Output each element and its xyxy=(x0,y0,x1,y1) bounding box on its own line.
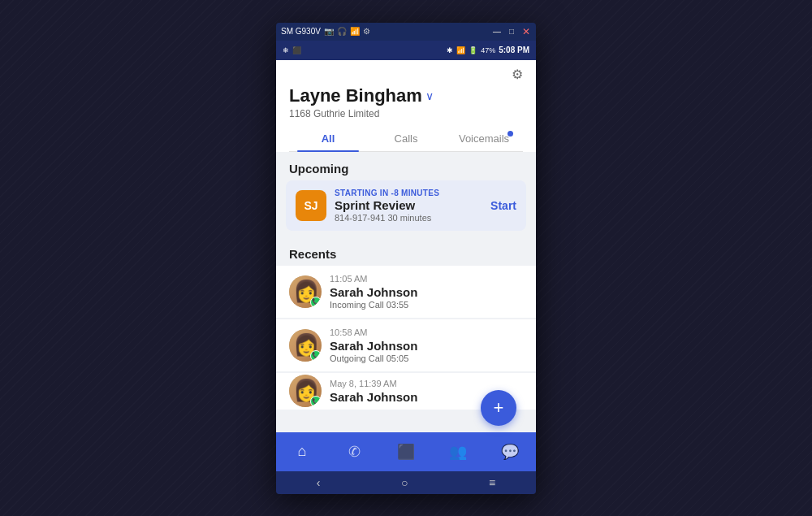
status-bar-left: ❄ ⬛ xyxy=(283,46,301,54)
video-icon: ⬛ xyxy=(397,443,415,461)
voicemail-dot xyxy=(508,131,513,137)
upcoming-section-header: Upcoming xyxy=(276,152,536,180)
header-top: ⚙ xyxy=(289,67,523,85)
nav-messages[interactable]: 💬 xyxy=(484,432,536,471)
title-bar: SM G930V 📷 🎧 📶 ⚙ ─ □ ✕ xyxy=(276,23,536,41)
settings-icon: ⚙ xyxy=(363,27,370,36)
tab-calls[interactable]: Calls xyxy=(367,126,445,151)
camera-icon: 📷 xyxy=(324,27,334,36)
battery-percent: 47% xyxy=(481,46,495,54)
nav-calls[interactable]: ✆ xyxy=(328,432,380,471)
recent-info-0: 11:05 AM Sarah Johnson Incoming Call 03:… xyxy=(330,274,523,310)
contacts-icon: 👥 xyxy=(449,443,467,461)
minimize-button[interactable]: ─ xyxy=(492,27,502,37)
incoming-call-badge-0: 📞 xyxy=(310,297,322,308)
maximize-button[interactable]: □ xyxy=(507,27,516,37)
snowflake-icon: ❄ xyxy=(283,46,289,54)
recent-item-0[interactable]: 📞 11:05 AM Sarah Johnson Incoming Call 0… xyxy=(276,266,536,318)
signal-icon: 📶 xyxy=(456,46,465,54)
recent-time-0: 11:05 AM xyxy=(330,274,523,284)
recent-time-2: May 8, 11:39 AM xyxy=(330,379,523,388)
start-button[interactable]: Start xyxy=(490,199,516,212)
user-name-row: Layne Bingham ∨ xyxy=(289,85,523,106)
recent-name-1: Sarah Johnson xyxy=(330,339,523,353)
gear-icon[interactable]: ⚙ xyxy=(512,67,523,82)
recent-avatar-1: 📞 xyxy=(289,329,322,362)
window-controls: ─ □ ✕ xyxy=(492,27,531,37)
recent-type-0: Incoming Call 03:55 xyxy=(330,300,523,310)
android-nav-bar: ‹ ○ ≡ xyxy=(276,471,536,494)
tabs-container: All Calls Voicemails xyxy=(289,126,523,152)
upcoming-title: Sprint Review xyxy=(335,198,482,212)
bluetooth-icon: ✱ xyxy=(447,46,453,54)
title-bar-left: SM G930V 📷 🎧 📶 ⚙ xyxy=(281,27,370,36)
nav-contacts[interactable]: 👥 xyxy=(432,432,484,471)
messages-icon: 💬 xyxy=(501,443,519,461)
status-bar: ❄ ⬛ ✱ 📶 🔋 47% 5:08 PM xyxy=(276,41,536,60)
battery-icon: 🔋 xyxy=(469,46,477,54)
recent-type-1: Outgoing Call 05:05 xyxy=(330,353,523,363)
upcoming-card[interactable]: SJ STARTING IN -8 MINUTES Sprint Review … xyxy=(286,180,526,231)
recents-section-header: Recents xyxy=(276,237,536,266)
status-time: 5:08 PM xyxy=(499,46,529,54)
android-menu-button[interactable]: ≡ xyxy=(489,476,495,489)
dropdown-arrow-icon[interactable]: ∨ xyxy=(425,89,434,102)
android-home-button[interactable]: ○ xyxy=(401,476,408,489)
recent-item-1[interactable]: 📞 10:58 AM Sarah Johnson Outgoing Call 0… xyxy=(276,319,536,371)
bottom-nav: ⌂ ✆ ⬛ 👥 💬 xyxy=(276,432,536,471)
status-bar-right: ✱ 📶 🔋 47% 5:08 PM xyxy=(447,46,529,54)
user-company: 1168 Guthrie Limited xyxy=(289,108,523,119)
incoming-call-badge-2: 📞 xyxy=(310,396,322,407)
android-back-button[interactable]: ‹ xyxy=(317,476,321,489)
phone-icon: ✆ xyxy=(348,443,361,461)
recent-time-1: 10:58 AM xyxy=(330,327,523,337)
recent-name-0: Sarah Johnson xyxy=(330,285,523,299)
fab-button[interactable]: + xyxy=(481,390,516,426)
home-icon: ⌂ xyxy=(298,443,307,460)
upcoming-sub: 814-917-941 30 minutes xyxy=(335,213,482,223)
tab-all[interactable]: All xyxy=(289,126,367,151)
upcoming-info: STARTING IN -8 MINUTES Sprint Review 814… xyxy=(335,189,482,223)
nav-video[interactable]: ⬛ xyxy=(380,432,432,471)
recent-info-1: 10:58 AM Sarah Johnson Outgoing Call 05:… xyxy=(330,327,523,363)
outgoing-call-badge-1: 📞 xyxy=(310,350,322,362)
close-button[interactable]: ✕ xyxy=(521,27,531,37)
upcoming-avatar: SJ xyxy=(296,190,326,221)
sim-icon: ⬛ xyxy=(292,46,301,54)
tab-voicemails[interactable]: Voicemails xyxy=(445,126,523,151)
headset-icon: 🎧 xyxy=(337,27,347,36)
wifi-icon: 📶 xyxy=(350,27,360,36)
recent-avatar-2: 📞 xyxy=(289,375,322,407)
app-content: ⚙ Layne Bingham ∨ 1168 Guthrie Limited A… xyxy=(276,60,536,432)
recent-avatar-0: 📞 xyxy=(289,275,322,308)
upcoming-tag: STARTING IN -8 MINUTES xyxy=(335,189,482,197)
app-header: ⚙ Layne Bingham ∨ 1168 Guthrie Limited A… xyxy=(276,60,536,152)
nav-home[interactable]: ⌂ xyxy=(276,432,328,471)
window-title: SM G930V xyxy=(281,27,321,36)
user-name: Layne Bingham xyxy=(289,85,422,106)
